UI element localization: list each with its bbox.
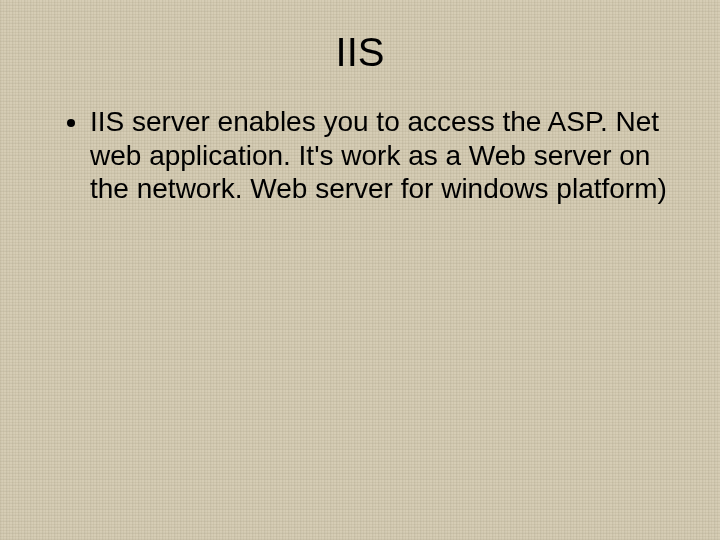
list-item: IIS server enables you to access the ASP…	[90, 105, 680, 206]
slide-title: IIS	[40, 30, 680, 75]
slide: IIS IIS server enables you to access the…	[0, 0, 720, 540]
bullet-list: IIS server enables you to access the ASP…	[40, 105, 680, 206]
